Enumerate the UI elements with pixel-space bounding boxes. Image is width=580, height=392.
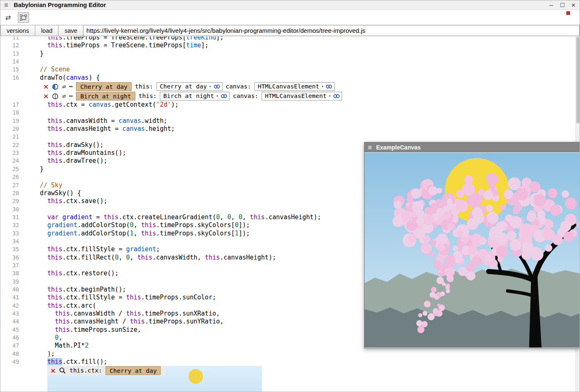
code-text[interactable]: this.ctx = canvas.getContext('2d'); (19, 101, 179, 109)
delete-probe-icon[interactable]: × (50, 368, 56, 374)
url-input[interactable] (83, 25, 580, 36)
link-icon[interactable] (213, 84, 220, 89)
toggle-example-on-icon[interactable] (52, 83, 59, 90)
swap-view-button[interactable]: ⇄ (2, 12, 14, 23)
line-number: 46 (0, 334, 19, 342)
code-text[interactable]: this.ctx.arc( (19, 302, 96, 310)
code-line: 20 this.canvasHeight = canvas.height; (0, 125, 575, 133)
scrollbar-thumb[interactable] (576, 37, 580, 123)
line-number: 11 (0, 37, 19, 42)
code-text[interactable]: this.canvasWidth / this.timeProps.sunXRa… (19, 310, 220, 318)
code-text[interactable]: ); (19, 350, 55, 358)
menu-hamburger-icon[interactable]: ≡ (4, 2, 8, 9)
code-text[interactable]: this.ctx.fillStyle = this.timeProps.sunC… (19, 294, 216, 301)
canvas-label: canvas: (233, 92, 258, 100)
line-number: 25 (0, 165, 19, 173)
code-text[interactable]: // Sky (19, 181, 62, 189)
probe-sun (188, 369, 203, 384)
code-line: 48 ); (0, 350, 575, 358)
line-number: 47 (0, 342, 19, 350)
code-text[interactable] (19, 109, 40, 117)
versions-button[interactable]: versions (0, 25, 35, 36)
code-text[interactable]: this.ctx.fill(); (19, 358, 108, 366)
maximize-button[interactable]: ☐ (560, 2, 565, 8)
code-text[interactable]: this.drawSky(); (19, 141, 104, 149)
toggle-example-off-icon[interactable] (52, 93, 59, 100)
code-text[interactable]: 0, (19, 334, 62, 342)
code-line: 18 (0, 109, 575, 117)
window-menu-icon[interactable]: ≡ (368, 144, 372, 151)
code-text[interactable] (19, 133, 40, 141)
code-text[interactable]: Math.PI*2 (19, 342, 88, 350)
more-options-icon[interactable]: ⋯ (69, 83, 73, 90)
code-text[interactable]: this.ctx.restore(); (19, 270, 119, 277)
widget-line: × ⇄ ⋯ Birch at night this: Birch at nigh… (0, 91, 575, 101)
chevron-down-icon: ▾ (321, 83, 323, 91)
code-text[interactable]: gradient.addColorStop(1, this.timeProps.… (19, 230, 250, 238)
line-number: 13 (0, 50, 19, 58)
code-line: 12 this.timeProps = TreeScene.timeProps[… (0, 42, 575, 49)
code-text[interactable]: this.ctx.save(); (19, 197, 108, 205)
line-number: 17 (0, 101, 19, 109)
code-text[interactable]: this.timeProps = TreeScene.timeProps[tim… (19, 42, 208, 49)
code-text[interactable] (19, 173, 40, 181)
code-line: 11 this.treeProps = TreeScene.treeProps[… (0, 37, 575, 42)
code-text[interactable]: // Scene (19, 66, 70, 74)
link-icon[interactable] (220, 93, 228, 99)
this-label: this: (135, 83, 153, 91)
code-text[interactable] (19, 238, 40, 245)
example-canvas-window[interactable]: ≡ ExampleCanvas (364, 142, 580, 348)
this-value-dropdown[interactable]: Cherry at day ▾ (157, 82, 223, 91)
minimize-button[interactable]: ─ (549, 2, 553, 8)
delete-example-icon[interactable]: × (43, 93, 49, 100)
save-button[interactable]: save (58, 25, 83, 36)
canvas-value-dropdown[interactable]: HTMLCanvasElement ▾ (255, 82, 335, 91)
line-number: 35 (0, 245, 19, 253)
code-text[interactable]: this.ctx.beginPath(); (19, 286, 126, 294)
code-text[interactable]: } (19, 50, 44, 58)
probe-example-button[interactable]: Cherry at day (105, 366, 161, 375)
code-text[interactable]: var gradient = this.ctx.createLinearGrad… (19, 213, 321, 221)
code-text[interactable] (19, 58, 40, 66)
switch-example-icon[interactable]: ⇄ (62, 93, 66, 99)
line-number: 26 (0, 173, 19, 181)
link-icon[interactable] (325, 84, 333, 89)
close-button[interactable]: × (571, 2, 575, 9)
transform-tool-button[interactable] (18, 12, 29, 23)
load-button[interactable]: load (35, 25, 59, 36)
example-name-button[interactable]: Cherry at day (76, 82, 132, 91)
bounding-box-icon (20, 15, 27, 21)
example-canvas-title: ExampleCanvas (376, 144, 421, 151)
code-text[interactable]: this.canvasHeight = canvas.height; (19, 125, 175, 133)
code-text[interactable] (19, 262, 40, 270)
canvas-value-dropdown[interactable]: HTMLCanvasElement ▾ (262, 92, 342, 100)
example-name-button[interactable]: Birch at night (76, 92, 135, 100)
code-text[interactable]: drawSky() { (19, 189, 81, 197)
code-text[interactable]: this.canvasHeight / this.timeProps.sunYR… (19, 318, 224, 326)
inspect-icon[interactable] (59, 367, 66, 374)
line-number: 33 (0, 230, 19, 238)
code-text[interactable]: gradient.addColorStop(0, this.timeProps.… (19, 221, 250, 229)
this-value-dropdown[interactable]: Birch at night ▾ (160, 92, 230, 100)
line-number: 15 (0, 66, 19, 74)
delete-example-icon[interactable]: × (43, 83, 49, 90)
code-text[interactable] (19, 278, 40, 286)
code-text[interactable]: this.drawTree(); (19, 157, 108, 165)
dropdown-value: HTMLCanvasElement (258, 83, 319, 91)
code-text[interactable]: this.canvasWidth = canvas.width; (19, 117, 167, 125)
code-text[interactable]: this.ctx.fillStyle = gradient; (19, 245, 160, 253)
code-text[interactable]: this.ctx.fillRect(0, 0, this.canvasWidth… (19, 254, 276, 262)
code-text[interactable]: this.drawMountains(); (19, 149, 126, 157)
link-icon[interactable] (333, 93, 340, 99)
code-line: 15// Scene (0, 66, 575, 74)
line-number: 34 (0, 238, 19, 245)
more-options-icon[interactable]: ⋯ (69, 93, 73, 99)
switch-example-icon[interactable]: ⇄ (62, 83, 66, 90)
code-text[interactable]: this.timeProps.sunSize, (19, 326, 141, 334)
code-text[interactable]: } (19, 165, 44, 173)
code-text[interactable]: drawTo(canvas) { (19, 74, 100, 82)
tree-scene-canvas (365, 152, 580, 348)
example-canvas-titlebar[interactable]: ≡ ExampleCanvas (365, 142, 580, 152)
code-text[interactable]: this.treeProps = TreeScene.treeProps[tre… (19, 37, 224, 42)
code-text[interactable] (19, 206, 40, 213)
